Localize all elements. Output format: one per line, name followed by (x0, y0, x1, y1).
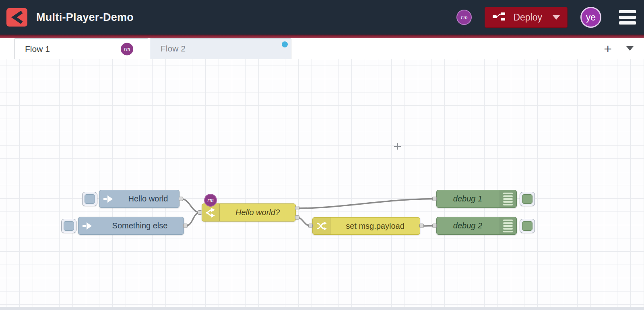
port-out-switch-1[interactable] (295, 206, 299, 210)
collaborator-avatar[interactable]: rm (456, 10, 472, 25)
flow-tabbar: Flow 1 rm Flow 2 + (0, 38, 644, 59)
node-label: Something else (96, 221, 184, 230)
app-logo-icon[interactable] (6, 8, 27, 27)
inject-icon (78, 217, 96, 234)
wire-inject1-switch (181, 199, 200, 213)
port-in-debug1[interactable] (432, 197, 437, 201)
wire-switch-debug1 (297, 199, 435, 209)
node-inject-something-else[interactable]: Something else (78, 217, 184, 235)
node-label: set msg.payload (330, 222, 420, 231)
tab-collaborator-badge: rm (121, 43, 133, 55)
deploy-button[interactable]: Deploy (485, 7, 568, 28)
flow-wires (0, 59, 644, 310)
inject-icon (99, 190, 117, 207)
header-accent-line (0, 35, 644, 38)
node-debug-1[interactable]: debug 1 (436, 190, 517, 208)
collaborator-node-badge: rm (204, 194, 217, 207)
deploy-options-caret-icon[interactable] (553, 15, 560, 20)
node-change-set-payload[interactable]: set msg.payload (312, 217, 420, 235)
tab-flow-1-label: Flow 1 (25, 44, 50, 54)
debug-toggle-button[interactable] (520, 219, 535, 233)
page-title: Multi-Player-Demo (36, 11, 134, 24)
user-avatar[interactable]: ye (580, 7, 601, 28)
debug-icon (499, 217, 516, 234)
node-label: Hello world (117, 194, 179, 203)
unsaved-changes-dot (282, 41, 288, 47)
port-out-inject2[interactable] (183, 224, 188, 228)
main-menu-icon[interactable] (619, 10, 636, 25)
debug-toggle-button[interactable] (520, 192, 535, 206)
tab-flow-2-label: Flow 2 (161, 44, 186, 53)
node-debug-2[interactable]: debug 2 (436, 217, 517, 235)
tab-flow-1[interactable]: Flow 1 rm (14, 38, 148, 59)
tab-flow-2[interactable]: Flow 2 (150, 38, 291, 59)
node-label: Hello world? (220, 208, 295, 217)
inject-button[interactable] (82, 192, 97, 206)
flow-list-dropdown-icon[interactable] (626, 46, 634, 51)
canvas-bottom-scroll-strip[interactable] (0, 307, 644, 310)
debug-icon (499, 190, 516, 207)
add-flow-button[interactable]: + (604, 42, 612, 55)
port-in-change[interactable] (308, 224, 313, 228)
flow-canvas[interactable]: Hello world Something else Hello world? … (0, 59, 644, 310)
inject-button[interactable] (61, 219, 76, 233)
port-out-change[interactable] (419, 224, 424, 228)
node-label: debug 2 (437, 221, 499, 230)
node-switch-hello-world[interactable]: Hello world? (202, 203, 296, 222)
node-inject-hello-world[interactable]: Hello world (99, 190, 180, 208)
change-icon (313, 218, 330, 234)
port-in-switch[interactable] (198, 210, 202, 215)
mouse-cursor-crosshair (394, 143, 401, 150)
port-in-debug2[interactable] (432, 224, 437, 228)
node-label: debug 1 (437, 194, 499, 203)
port-out-inject1[interactable] (179, 197, 183, 201)
app-header: Multi-Player-Demo rm Deploy ye (0, 0, 644, 35)
deploy-icon (492, 11, 506, 23)
deploy-label: Deploy (513, 12, 542, 23)
port-out-switch-2[interactable] (295, 215, 299, 220)
